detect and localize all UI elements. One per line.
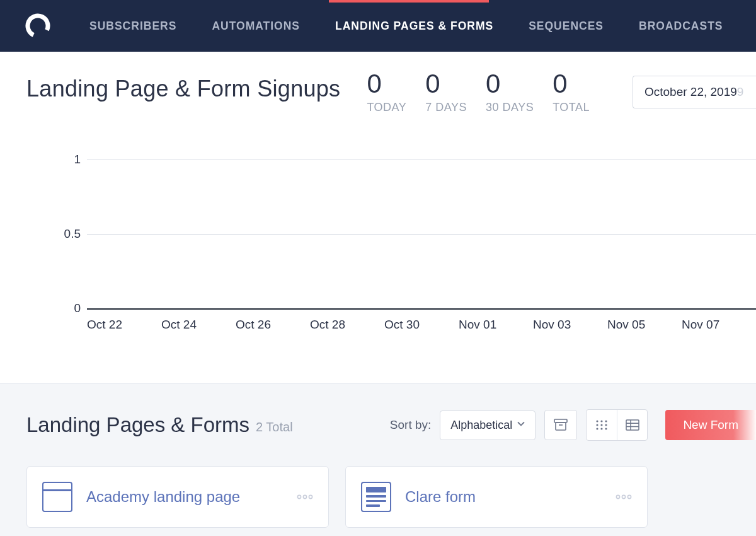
svg-point-11 (601, 428, 603, 429)
x-label: Nov 07 (682, 318, 756, 332)
card-title[interactable]: Academy landing page (86, 488, 283, 506)
form-card[interactable]: Academy landing page (26, 466, 329, 528)
nav-sequences[interactable]: SEQUENCES (529, 20, 604, 33)
top-navbar: SUBSCRIBERS AUTOMATIONS LANDING PAGES & … (0, 0, 756, 52)
active-tab-indicator (329, 0, 489, 3)
list-title: Landing Pages & Forms (26, 413, 249, 437)
x-label: Nov 05 (607, 318, 682, 332)
view-toggle (586, 409, 648, 441)
brand-logo[interactable] (24, 12, 52, 40)
stat-value: 0 (425, 71, 467, 97)
sort-by-label: Sort by: (390, 418, 431, 432)
svg-rect-13 (626, 420, 639, 430)
x-axis-line (87, 308, 756, 310)
x-axis-labels: Oct 22 Oct 24 Oct 26 Oct 28 Oct 30 Nov 0… (87, 318, 756, 332)
stat-30days: 0 30 DAYS (486, 71, 534, 114)
x-label: Nov 03 (533, 318, 607, 332)
svg-point-7 (597, 424, 598, 426)
nav-items: SUBSCRIBERS AUTOMATIONS LANDING PAGES & … (89, 20, 723, 33)
y-tick: 0 (74, 301, 81, 315)
x-label: Oct 30 (384, 318, 459, 332)
form-cards: Academy landing page Clare form (26, 466, 756, 528)
sort-value: Alphabetical (450, 419, 512, 432)
svg-point-22 (627, 495, 631, 498)
gridline (87, 234, 756, 235)
page-title: Landing Page & Form Signups (26, 76, 340, 102)
svg-point-9 (605, 424, 607, 426)
stat-value: 0 (553, 71, 590, 97)
svg-point-18 (303, 495, 306, 498)
list-header: Landing Pages & Forms 2 Total Sort by: A… (26, 409, 756, 441)
nav-landing-pages-forms[interactable]: LANDING PAGES & FORMS (335, 20, 493, 33)
nav-subscribers[interactable]: SUBSCRIBERS (89, 20, 176, 33)
svg-point-5 (601, 420, 603, 422)
svg-point-20 (616, 495, 619, 498)
svg-point-6 (605, 420, 607, 422)
more-icon (616, 494, 632, 499)
svg-point-21 (622, 495, 625, 498)
sort-select[interactable]: Alphabetical (440, 411, 536, 440)
x-label: Oct 26 (236, 318, 310, 332)
forms-list-section: Landing Pages & Forms 2 Total Sort by: A… (0, 383, 756, 536)
date-range-text: October 22, 2019 (644, 85, 737, 98)
svg-point-4 (597, 420, 598, 422)
form-icon (361, 482, 391, 512)
stat-today: 0 TODAY (367, 71, 406, 114)
table-icon (626, 419, 639, 431)
stat-total: 0 TOTAL (553, 71, 590, 114)
gridline (87, 160, 756, 160)
date-range-picker[interactable]: October 22, 20199 (633, 76, 756, 108)
archive-icon (554, 419, 568, 431)
y-tick: 1 (74, 153, 81, 166)
y-tick: 0.5 (64, 227, 81, 241)
grid-icon (595, 419, 608, 431)
x-label: Oct 22 (87, 318, 161, 332)
x-label: Oct 24 (161, 318, 236, 332)
stat-value: 0 (367, 71, 406, 97)
card-title[interactable]: Clare form (405, 488, 602, 506)
grid-view-button[interactable] (587, 410, 617, 440)
stat-value: 0 (486, 71, 534, 97)
new-form-button[interactable]: New Form (665, 410, 756, 440)
svg-point-8 (601, 424, 603, 426)
archive-button[interactable] (544, 410, 577, 440)
nav-broadcasts[interactable]: BROADCASTS (639, 20, 723, 33)
list-controls: Sort by: Alphabetical (390, 409, 756, 441)
stats-group: 0 TODAY 0 7 DAYS 0 30 DAYS 0 TOTAL (367, 71, 590, 114)
svg-point-10 (597, 428, 598, 429)
svg-point-0 (25, 13, 50, 38)
x-label: Oct 28 (310, 318, 384, 332)
table-view-button[interactable] (617, 410, 647, 440)
chevron-down-icon (517, 421, 525, 429)
stats-row: Landing Page & Form Signups 0 TODAY 0 7 … (26, 76, 756, 114)
card-menu-button[interactable] (297, 494, 313, 499)
list-total: 2 Total (256, 420, 293, 434)
svg-point-17 (297, 495, 301, 498)
svg-rect-2 (556, 422, 566, 430)
landing-page-icon (42, 482, 72, 512)
svg-point-19 (309, 495, 312, 498)
stat-label: 30 DAYS (486, 101, 534, 114)
main-content: Landing Page & Form Signups 0 TODAY 0 7 … (0, 52, 756, 351)
card-menu-button[interactable] (616, 494, 632, 499)
date-range-fade: 9 (737, 85, 744, 98)
stat-label: TOTAL (553, 101, 590, 114)
x-label: Nov 01 (459, 318, 533, 332)
signups-chart: 1 0.5 0 Oct 22 Oct 24 Oct 26 Oct 28 Oct … (26, 160, 756, 351)
svg-point-12 (605, 428, 607, 429)
stat-label: 7 DAYS (425, 101, 467, 114)
form-card[interactable]: Clare form (345, 466, 648, 528)
nav-automations[interactable]: AUTOMATIONS (212, 20, 300, 33)
stat-7days: 0 7 DAYS (425, 71, 467, 114)
stat-label: TODAY (367, 101, 406, 114)
more-icon (297, 494, 313, 499)
